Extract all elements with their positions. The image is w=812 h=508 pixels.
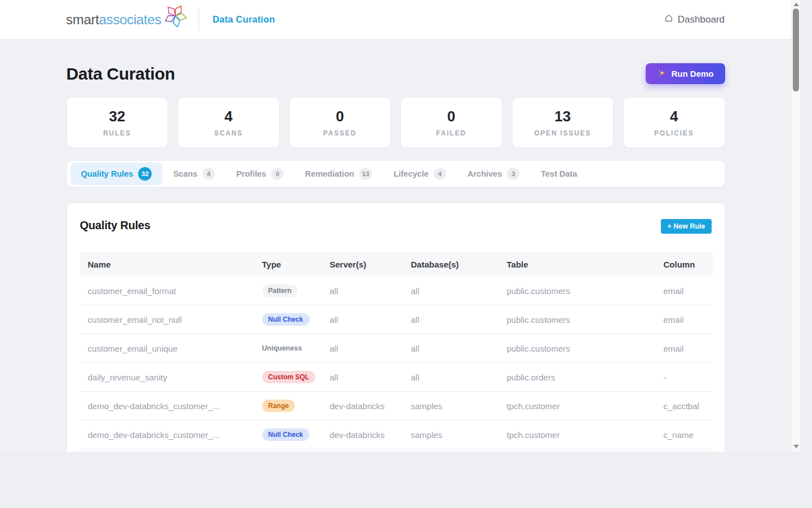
nav-app-title: Data Curation	[213, 14, 275, 25]
tab-lifecycle[interactable]: Lifecycle 4	[383, 163, 457, 185]
quality-rules-table: Name Type Server(s) Database(s) Table Co…	[80, 252, 713, 452]
dashboard-label: Dashboard	[678, 14, 725, 25]
dashboard-link[interactable]: Dashboard	[664, 14, 725, 25]
tab-count-badge: 4	[434, 168, 446, 180]
table-row[interactable]: daily_revenue_sanity Custom SQL all all …	[80, 363, 713, 392]
tab-label: Quality Rules	[81, 169, 134, 178]
rule-table: public.customers	[499, 315, 656, 325]
stat-cards: 32 RULES 4 SCANS 0 PASSED 0 FAILED 13	[67, 97, 725, 148]
rule-type-cell: Uniqueness	[254, 342, 322, 355]
rule-servers: all	[322, 286, 403, 296]
tab-label: Lifecycle	[394, 169, 429, 178]
column-header-servers: Server(s)	[322, 260, 403, 269]
scrollbar-thumb[interactable]	[793, 8, 799, 91]
rule-name: customer_email_unique	[80, 344, 254, 353]
sparkles-icon	[657, 68, 667, 80]
rule-column: -	[656, 373, 713, 382]
tab-test-data[interactable]: Test Data	[530, 163, 588, 185]
table-row[interactable]: customer_email_unique Uniqueness all all…	[80, 334, 713, 363]
stat-value: 0	[447, 108, 455, 125]
tab-archives[interactable]: Archives 3	[457, 163, 530, 185]
brand-logo[interactable]: smartassociates	[66, 10, 188, 29]
rule-type-badge: Uniqueness	[262, 342, 302, 355]
tab-count-badge: 32	[138, 167, 152, 181]
scrollbar-up-arrow[interactable]	[793, 3, 799, 6]
stat-card-rules: 32 RULES	[67, 97, 169, 148]
table-row[interactable]: demo_dev-databricks_lineitem_l... Range …	[80, 449, 713, 452]
rule-servers: all	[322, 373, 403, 382]
run-demo-label: Run Demo	[672, 69, 714, 78]
tab-remediation[interactable]: Remediation 13	[294, 163, 383, 185]
rule-table: public.customers	[499, 286, 656, 296]
stat-value: 0	[336, 108, 344, 125]
rule-column: email	[656, 344, 713, 353]
rule-type-badge: Pattern	[262, 284, 298, 297]
stat-card-open-issues: 13 OPEN ISSUES	[512, 97, 614, 148]
stat-label: POLICIES	[654, 129, 694, 137]
table-header-row: Name Type Server(s) Database(s) Table Co…	[80, 252, 713, 277]
rule-type-badge: Null Check	[262, 313, 310, 326]
stat-value: 32	[109, 108, 125, 125]
table-row[interactable]: customer_email_not_null Null Check all a…	[80, 305, 713, 334]
rule-column: email	[656, 315, 713, 325]
column-header-databases: Database(s)	[403, 260, 499, 269]
stat-label: RULES	[103, 129, 131, 137]
rule-name: demo_dev-databricks_customer_...	[80, 401, 254, 411]
rule-table: public.customers	[499, 344, 656, 353]
brand-wordmark: smartassociates	[66, 12, 161, 28]
table-row[interactable]: customer_email_format Pattern all all pu…	[80, 277, 713, 305]
tab-label: Archives	[467, 169, 502, 178]
rule-table: public.orders	[499, 373, 656, 382]
pinwheel-logo-icon	[162, 2, 188, 29]
rule-databases: all	[403, 315, 499, 325]
rule-type-cell: Custom SQL	[254, 371, 322, 383]
main-content: Data Curation Run Demo 32 RU	[67, 63, 725, 452]
table-row[interactable]: demo_dev-databricks_customer_... Range d…	[80, 392, 713, 421]
run-demo-button[interactable]: Run Demo	[646, 63, 725, 84]
stat-label: OPEN ISSUES	[534, 129, 591, 137]
rule-name: customer_email_format	[80, 286, 254, 296]
rule-column: c_name	[656, 430, 713, 440]
rule-databases: all	[403, 286, 499, 296]
rule-databases: all	[403, 373, 499, 382]
tab-label: Profiles	[236, 169, 266, 178]
column-header-column: Column	[656, 260, 713, 269]
scrollbar-down-arrow[interactable]	[793, 445, 799, 448]
tab-profiles[interactable]: Profiles 0	[226, 163, 294, 185]
rule-databases: all	[403, 344, 499, 353]
tab-label: Test Data	[541, 169, 577, 178]
browser-viewport: smartassociates	[0, 0, 800, 452]
column-header-name: Name	[80, 260, 254, 269]
tab-count-badge: 13	[359, 168, 372, 180]
rule-table: tpch.customer	[499, 430, 656, 440]
rule-name: daily_revenue_sanity	[80, 373, 254, 382]
page-title: Data Curation	[67, 64, 175, 84]
column-header-table: Table	[499, 260, 656, 269]
brand-associates: associates	[99, 12, 161, 27]
stat-label: SCANS	[214, 129, 243, 137]
rule-servers: dev-databricks	[322, 401, 403, 411]
quality-rules-card: Quality Rules + New Rule Name Type Serve…	[67, 203, 725, 452]
rule-name: customer_email_not_null	[80, 315, 254, 325]
stat-value: 13	[554, 108, 571, 125]
stat-card-scans: 4 SCANS	[178, 97, 280, 148]
stat-label: PASSED	[323, 129, 356, 137]
title-row: Data Curation Run Demo	[67, 63, 725, 84]
stat-card-policies: 4 POLICIES	[623, 97, 725, 148]
rule-type-badge: Range	[262, 400, 295, 412]
tab-quality-rules[interactable]: Quality Rules 32	[70, 163, 163, 185]
stat-card-passed: 0 PASSED	[289, 97, 391, 148]
nav-left: smartassociates	[66, 8, 275, 31]
rule-type-cell: Range	[254, 400, 322, 412]
scrollbar[interactable]	[791, 0, 800, 452]
tab-scans[interactable]: Scans 4	[162, 163, 226, 185]
stat-value: 4	[670, 108, 678, 125]
rule-table: tpch.customer	[499, 401, 656, 411]
tab-bar: Quality Rules 32 Scans 4 Profiles 0 Reme…	[67, 160, 725, 187]
stat-card-failed: 0 FAILED	[400, 97, 502, 148]
rule-name: demo_dev-databricks_customer_...	[80, 430, 254, 440]
brand-smart: smart	[66, 12, 99, 27]
rule-type-cell: Pattern	[254, 284, 322, 297]
new-rule-button[interactable]: + New Rule	[661, 219, 711, 234]
table-row[interactable]: demo_dev-databricks_customer_... Null Ch…	[80, 421, 713, 449]
